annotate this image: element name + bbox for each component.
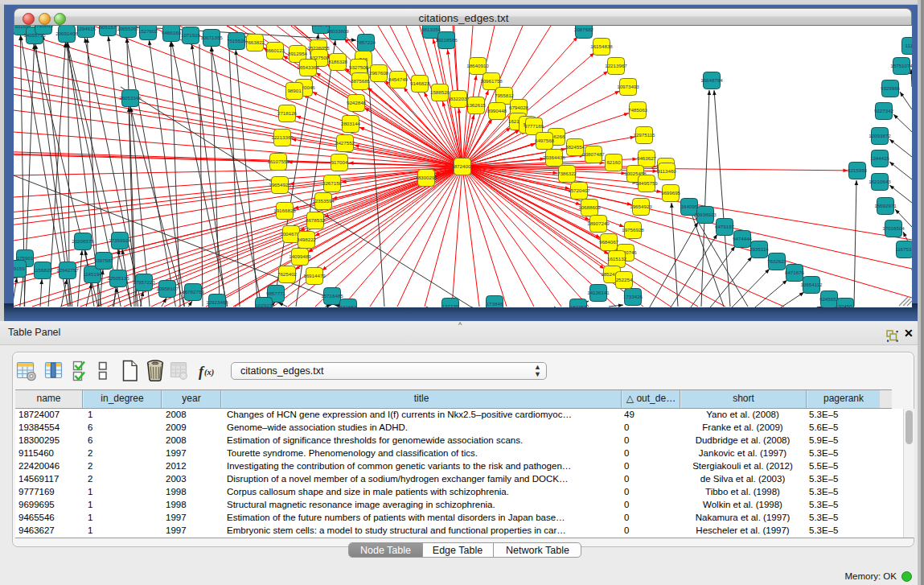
svg-text:16154838: 16154838 (590, 43, 613, 49)
svg-text:10671355: 10671355 (200, 35, 223, 40)
svg-text:2935114: 2935114 (749, 246, 769, 252)
svg-text:1588520: 1588520 (430, 89, 450, 95)
svg-text:16914479: 16914479 (303, 273, 326, 278)
svg-text:8186328: 8186328 (328, 59, 348, 64)
svg-text:16210643: 16210643 (869, 179, 891, 184)
svg-text:6479197: 6479197 (715, 224, 735, 229)
svg-text:6466160: 6466160 (162, 30, 182, 35)
svg-text:19756928: 19756928 (622, 227, 644, 233)
svg-text:10654112: 10654112 (800, 282, 823, 287)
svg-text:8427552: 8427552 (335, 140, 355, 146)
svg-text:12353594: 12353594 (312, 198, 335, 204)
svg-text:164095: 164095 (681, 204, 698, 209)
svg-text:16648784: 16648784 (700, 77, 723, 83)
svg-text:12505135: 12505135 (107, 275, 129, 281)
svg-text:8813054: 8813054 (421, 27, 441, 32)
svg-text:3267150: 3267150 (322, 180, 343, 186)
svg-text:15720407: 15720407 (568, 187, 590, 193)
svg-text:16033809: 16033809 (326, 28, 349, 34)
svg-text:20691406: 20691406 (55, 31, 78, 36)
svg-text:15692971: 15692971 (874, 203, 897, 208)
svg-text:9242848: 9242848 (347, 100, 367, 105)
svg-text:832203: 832203 (450, 96, 467, 101)
svg-text:3875685: 3875685 (351, 78, 371, 84)
svg-text:12942757: 12942757 (56, 267, 79, 273)
svg-text:10938923: 10938923 (694, 212, 717, 217)
svg-text:2718126: 2718126 (277, 110, 298, 116)
svg-text:9474444: 9474444 (733, 236, 753, 241)
svg-text:187763: 187763 (570, 304, 587, 307)
svg-text:2087682: 2087682 (574, 27, 594, 32)
svg-text:137735: 137735 (442, 303, 459, 307)
svg-text:17359924: 17359924 (109, 237, 131, 243)
svg-text:8990448: 8990448 (487, 108, 507, 113)
svg-text:18495759: 18495759 (635, 180, 658, 186)
svg-text:9777169: 9777169 (524, 123, 544, 129)
svg-text:9113460: 9113460 (657, 168, 676, 174)
svg-text:19654923: 19654923 (630, 204, 652, 209)
svg-text:20364436: 20364436 (543, 154, 565, 160)
svg-text:9245652: 9245652 (819, 296, 840, 302)
svg-text:1362615: 1362615 (466, 102, 487, 108)
svg-text:1167531: 1167531 (895, 246, 912, 252)
svg-text:15716485: 15716485 (321, 293, 343, 299)
svg-text:173846: 173846 (487, 301, 503, 307)
svg-text:19166825: 19166825 (273, 208, 296, 213)
svg-text:7625402: 7625402 (277, 271, 298, 277)
svg-text:1527602: 1527602 (138, 28, 158, 34)
svg-text:2803144: 2803144 (341, 121, 361, 126)
svg-text:905157: 905157 (100, 26, 117, 30)
svg-text:12093872: 12093872 (869, 133, 891, 138)
svg-text:10688609: 10688609 (578, 204, 601, 210)
svg-text:1244415: 1244415 (870, 155, 890, 161)
svg-text:19218586: 19218586 (435, 37, 458, 43)
svg-text:39159: 39159 (14, 266, 25, 271)
svg-text:3824554: 3824554 (565, 144, 585, 150)
svg-text:10961758: 10961758 (480, 78, 503, 84)
svg-text:18300295: 18300295 (415, 175, 437, 180)
svg-text:17957223: 17957223 (133, 279, 155, 285)
svg-text:6497568: 6497568 (535, 138, 555, 143)
svg-text:98901: 98901 (287, 88, 302, 93)
svg-text:(x): (x) (204, 368, 214, 377)
svg-text:19654925: 19654925 (269, 182, 291, 187)
svg-text:7515526: 7515526 (227, 38, 247, 43)
svg-text:12975115: 12975115 (633, 132, 655, 138)
svg-text:18907249: 18907249 (587, 220, 610, 226)
svg-text:7632621: 7632621 (767, 258, 787, 264)
svg-text:917004: 917004 (331, 159, 348, 165)
svg-text:3215958: 3215958 (848, 167, 868, 173)
svg-text:92450: 92450 (838, 303, 852, 307)
svg-text:9857771: 9857771 (266, 290, 286, 296)
svg-text:7485063: 7485063 (628, 107, 648, 113)
svg-text:9684067: 9684067 (599, 239, 619, 245)
svg-text:18724007: 18724007 (451, 163, 474, 169)
svg-text:102923: 102923 (256, 303, 273, 307)
svg-text:1156829: 1156829 (33, 267, 52, 273)
svg-text:10958107: 10958107 (156, 286, 179, 291)
svg-text:9397587: 9397587 (94, 257, 114, 263)
svg-text:15751074: 15751074 (890, 63, 912, 68)
svg-text:2967608: 2967608 (369, 70, 389, 76)
svg-text:3498222: 3498222 (297, 237, 317, 242)
svg-text:7386322: 7386322 (557, 171, 577, 176)
svg-text:7663822: 7663822 (245, 39, 265, 45)
svg-text:1733426: 1733426 (623, 294, 643, 299)
svg-text:131664: 131664 (340, 304, 357, 307)
svg-text:14136141: 14136141 (587, 290, 610, 295)
svg-text:10655267: 10655267 (117, 26, 139, 31)
svg-text:9146821: 9146821 (410, 80, 430, 86)
svg-text:10973493: 10973493 (617, 84, 639, 89)
svg-text:14099489: 14099489 (289, 253, 311, 259)
svg-text:252254: 252254 (616, 277, 633, 282)
svg-text:1294615: 1294615 (76, 26, 97, 31)
svg-text:9463627: 9463627 (637, 155, 657, 161)
svg-text:7955812: 7955812 (495, 93, 515, 98)
svg-text:10807487: 10807487 (582, 151, 605, 157)
svg-text:9699695: 9699695 (661, 190, 681, 196)
svg-text:9329966: 9329966 (881, 85, 901, 91)
svg-text:1071915: 1071915 (181, 32, 201, 38)
svg-text:2093719: 2093719 (311, 26, 331, 27)
svg-text:12213369: 12213369 (271, 134, 294, 140)
svg-text:1117: 1117 (906, 43, 912, 48)
